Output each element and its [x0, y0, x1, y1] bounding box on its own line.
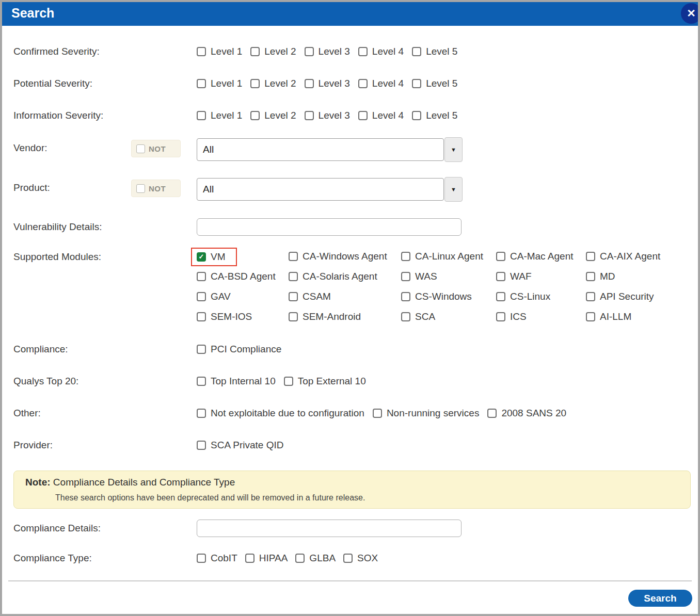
module-sca-checkbox[interactable]: SCA — [401, 311, 435, 322]
checkbox-icon[interactable] — [305, 111, 314, 120]
information-level5-checkbox[interactable]: Level 5 — [412, 110, 457, 121]
checkbox-icon[interactable] — [197, 377, 206, 386]
2008-sans-20-checkbox[interactable]: 2008 SANS 20 — [487, 408, 566, 419]
module-waf-checkbox[interactable]: WAF — [496, 271, 532, 282]
module-ca-mac-agent-checkbox[interactable]: CA-Mac Agent — [496, 251, 574, 262]
vendor-select-value[interactable]: All — [197, 138, 444, 161]
checkbox-icon[interactable] — [305, 47, 314, 56]
module-was-checkbox[interactable]: WAS — [401, 271, 437, 282]
checkbox-icon[interactable] — [197, 79, 206, 88]
checkbox-icon[interactable] — [487, 409, 497, 418]
checkbox-icon[interactable] — [197, 409, 206, 418]
checkbox-icon[interactable] — [305, 79, 314, 88]
module-ca-linux-agent-checkbox[interactable]: CA-Linux Agent — [401, 251, 483, 262]
potential-level4-checkbox[interactable]: Level 4 — [358, 78, 404, 89]
compliance-details-input[interactable] — [197, 520, 462, 537]
chevron-down-icon[interactable]: ▼ — [444, 177, 463, 202]
pci-compliance-checkbox[interactable]: PCI Compliance — [197, 344, 281, 355]
checkbox-icon[interactable] — [295, 554, 305, 563]
checkbox-icon[interactable] — [289, 272, 298, 281]
hipaa-checkbox[interactable]: HIPAA — [245, 553, 288, 564]
potential-level2-checkbox[interactable]: Level 2 — [250, 78, 296, 89]
checkbox-icon[interactable] — [197, 345, 206, 354]
confirmed-level5-checkbox[interactable]: Level 5 — [412, 46, 457, 57]
information-level1-checkbox[interactable]: Level 1 — [197, 110, 242, 121]
checkbox-icon[interactable] — [358, 47, 368, 56]
checkbox-icon[interactable] — [586, 312, 595, 321]
checkbox-icon[interactable] — [250, 47, 260, 56]
chevron-down-icon[interactable]: ▼ — [444, 137, 463, 162]
checkbox-icon[interactable] — [401, 252, 410, 261]
vendor-not-toggle[interactable]: NOT — [131, 140, 181, 157]
checkbox-icon[interactable] — [197, 441, 206, 450]
cobit-checkbox[interactable]: CobIT — [197, 553, 237, 564]
module-cs-windows-checkbox[interactable]: CS-Windows — [401, 291, 472, 302]
module-ics-checkbox[interactable]: ICS — [496, 311, 527, 322]
module-sem-ios-checkbox[interactable]: SEM-IOS — [197, 311, 252, 322]
checkbox-icon[interactable] — [289, 252, 298, 261]
checkbox-icon[interactable] — [245, 554, 254, 563]
vendor-select[interactable]: All ▼ — [197, 137, 463, 162]
checkbox-checked-icon[interactable]: ✓ — [197, 252, 206, 262]
checkbox-icon[interactable] — [197, 111, 206, 120]
confirmed-level4-checkbox[interactable]: Level 4 — [358, 46, 404, 57]
not-exploitable-checkbox[interactable]: Not exploitable due to configuration — [197, 408, 364, 419]
checkbox-icon[interactable] — [401, 292, 410, 301]
module-ca-windows-agent-checkbox[interactable]: CA-Windows Agent — [289, 251, 387, 262]
product-select-value[interactable]: All — [197, 178, 444, 201]
checkbox-icon[interactable] — [197, 312, 206, 321]
checkbox-icon[interactable] — [496, 292, 505, 301]
potential-level1-checkbox[interactable]: Level 1 — [197, 78, 242, 89]
close-icon[interactable]: ✕ — [681, 3, 700, 24]
module-sem-android-checkbox[interactable]: SEM-Android — [289, 311, 361, 322]
checkbox-icon[interactable] — [496, 312, 505, 321]
module-vm-checkbox[interactable]: ✓VM — [197, 251, 226, 263]
non-running-services-checkbox[interactable]: Non-running services — [373, 408, 480, 419]
checkbox-icon[interactable] — [284, 377, 293, 386]
confirmed-level2-checkbox[interactable]: Level 2 — [250, 46, 296, 57]
product-select[interactable]: All ▼ — [197, 177, 463, 202]
checkbox-icon[interactable] — [197, 554, 206, 563]
checkbox-icon[interactable] — [412, 111, 421, 120]
checkbox-icon[interactable] — [496, 252, 505, 261]
checkbox-icon[interactable] — [358, 111, 368, 120]
not-checkbox-icon[interactable] — [136, 144, 145, 153]
potential-level5-checkbox[interactable]: Level 5 — [412, 78, 457, 89]
confirmed-level1-checkbox[interactable]: Level 1 — [197, 46, 242, 57]
checkbox-icon[interactable] — [401, 312, 410, 321]
checkbox-icon[interactable] — [197, 292, 206, 301]
module-md-checkbox[interactable]: MD — [586, 271, 615, 282]
glba-checkbox[interactable]: GLBA — [295, 553, 336, 564]
checkbox-icon[interactable] — [289, 312, 298, 321]
checkbox-icon[interactable] — [197, 272, 206, 281]
checkbox-icon[interactable] — [358, 79, 368, 88]
checkbox-icon[interactable] — [197, 47, 206, 56]
product-not-toggle[interactable]: NOT — [131, 180, 181, 197]
checkbox-icon[interactable] — [401, 272, 410, 281]
top-external-10-checkbox[interactable]: Top External 10 — [284, 376, 366, 387]
checkbox-icon[interactable] — [412, 79, 421, 88]
information-level3-checkbox[interactable]: Level 3 — [305, 110, 350, 121]
checkbox-icon[interactable] — [586, 272, 595, 281]
module-ca-solaris-agent-checkbox[interactable]: CA-Solaris Agent — [289, 271, 377, 282]
checkbox-icon[interactable] — [343, 554, 353, 563]
information-level2-checkbox[interactable]: Level 2 — [250, 110, 296, 121]
checkbox-icon[interactable] — [586, 292, 595, 301]
checkbox-icon[interactable] — [496, 272, 505, 281]
information-level4-checkbox[interactable]: Level 4 — [358, 110, 404, 121]
module-ca-aix-agent-checkbox[interactable]: CA-AIX Agent — [586, 251, 660, 262]
vulnerability-details-input[interactable] — [197, 218, 462, 236]
checkbox-icon[interactable] — [373, 409, 382, 418]
module-api-security-checkbox[interactable]: API Security — [586, 291, 654, 302]
module-csam-checkbox[interactable]: CSAM — [289, 291, 331, 302]
checkbox-icon[interactable] — [250, 79, 260, 88]
potential-level3-checkbox[interactable]: Level 3 — [305, 78, 350, 89]
sox-checkbox[interactable]: SOX — [343, 553, 378, 564]
module-ai-llm-checkbox[interactable]: AI-LLM — [586, 311, 631, 322]
search-button[interactable]: Search — [628, 590, 692, 607]
sca-private-qid-checkbox[interactable]: SCA Private QID — [197, 440, 284, 451]
checkbox-icon[interactable] — [250, 111, 260, 120]
top-internal-10-checkbox[interactable]: Top Internal 10 — [197, 376, 276, 387]
module-cs-linux-checkbox[interactable]: CS-Linux — [496, 291, 550, 302]
confirmed-level3-checkbox[interactable]: Level 3 — [305, 46, 350, 57]
